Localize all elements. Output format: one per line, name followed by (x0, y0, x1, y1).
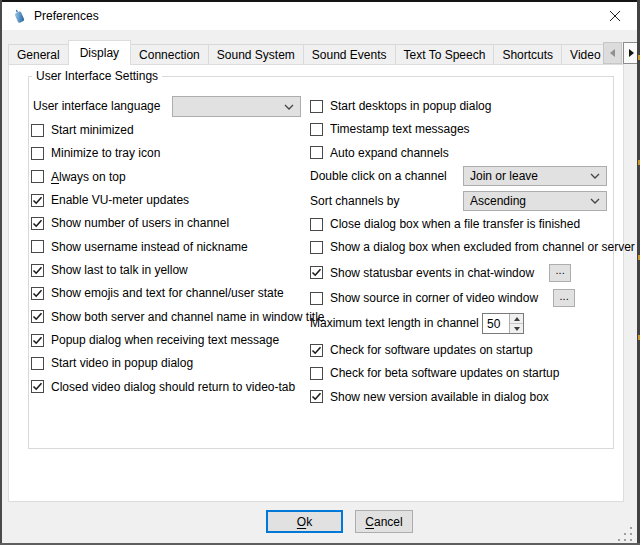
preferences-dialog: Preferences GeneralDisplayConnectionSoun… (2, 2, 637, 543)
show-last-to-talk-in-yellow-row: Show last to talk in yellow (31, 259, 188, 281)
show-source-in-corner-of-video-window-more-button[interactable]: ... (553, 289, 575, 307)
show-both-server-and-channel-name-in-window-title-label: Show both server and channel name in win… (51, 310, 325, 324)
show-statusbar-events-in-chat-window-checkbox[interactable] (310, 266, 323, 279)
tab-scroll-left-button[interactable] (603, 42, 622, 64)
ok-button[interactable]: Ok (266, 510, 343, 533)
double-click-on-a-channel-combobox[interactable]: Join or leave (463, 166, 607, 186)
double-click-value: Join or leave (470, 169, 538, 183)
sort-channels-value: Ascending (470, 194, 526, 208)
show-statusbar-events-in-chat-window-row: Show statusbar events in chat-window... (310, 262, 571, 284)
chevron-down-icon (284, 104, 294, 110)
show-new-version-available-in-dialog-box-checkbox[interactable] (310, 390, 323, 403)
maximum-text-length-value: 50 (483, 314, 509, 333)
close-dialog-box-when-a-file-transfer-is-finished-row: Close dialog box when a file transfer is… (310, 213, 580, 235)
chevron-down-icon (590, 198, 600, 204)
auto-expand-channels-label: Auto expand channels (330, 146, 449, 160)
start-desktops-in-popup-dialog-label: Start desktops in popup dialog (330, 99, 491, 113)
tab-connection[interactable]: Connection (130, 44, 209, 64)
spin-down-button[interactable] (510, 323, 523, 333)
check-for-software-updates-on-startup-label: Check for software updates on startup (330, 343, 533, 357)
show-number-of-users-in-channel-label: Show number of users in channel (51, 216, 229, 230)
show-number-of-users-in-channel-checkbox[interactable] (31, 217, 44, 230)
double-click-on-a-channel-label: Double click on a channel (310, 165, 447, 187)
tab-text-to-speech[interactable]: Text To Speech (395, 44, 495, 64)
minimize-to-tray-icon-label: Minimize to tray icon (51, 146, 160, 160)
spin-up-button[interactable] (510, 314, 523, 323)
closed-video-dialog-should-return-to-video-tab-checkbox[interactable] (31, 380, 44, 393)
tab-video[interactable]: Video (561, 44, 603, 64)
enable-vu-meter-updates-row: Enable VU-meter updates (31, 189, 189, 211)
check-for-beta-software-updates-on-startup-checkbox[interactable] (310, 367, 323, 380)
timestamp-text-messages-label: Timestamp text messages (330, 122, 470, 136)
spin-buttons (509, 314, 523, 333)
show-username-instead-of-nickname-label: Show username instead of nickname (51, 240, 248, 254)
check-for-beta-software-updates-on-startup-row: Check for beta software updates on start… (310, 362, 559, 384)
sort-channels-by-combobox[interactable]: Ascending (463, 191, 607, 211)
show-number-of-users-in-channel-row: Show number of users in channel (31, 212, 229, 234)
triangle-left-icon (610, 49, 615, 57)
show-emojis-and-text-for-channel-user-state-label: Show emojis and text for channel/user st… (51, 286, 284, 300)
maximum-text-length-label: Maximum text length in channel list (310, 312, 497, 334)
window-title: Preferences (34, 2, 99, 30)
show-last-to-talk-in-yellow-label: Show last to talk in yellow (51, 263, 188, 277)
check-for-software-updates-on-startup-checkbox[interactable] (310, 344, 323, 357)
show-statusbar-events-in-chat-window-label: Show statusbar events in chat-window (330, 266, 534, 280)
minimize-to-tray-icon-checkbox[interactable] (31, 147, 44, 160)
show-new-version-available-in-dialog-box-label: Show new version available in dialog box (330, 390, 549, 404)
start-video-in-popup-dialog-checkbox[interactable] (31, 357, 44, 370)
start-minimized-checkbox[interactable] (31, 124, 44, 137)
start-minimized-row: Start minimized (31, 119, 134, 141)
enable-vu-meter-updates-checkbox[interactable] (31, 194, 44, 207)
popup-dialog-when-receiving-text-message-row: Popup dialog when receiving text message (31, 329, 279, 351)
always-on-top-checkbox[interactable] (31, 170, 44, 183)
user-interface-language-label: User interface language (33, 95, 160, 117)
show-emojis-and-text-for-channel-user-state-checkbox[interactable] (31, 287, 44, 300)
close-button[interactable] (592, 2, 637, 30)
show-a-dialog-box-when-excluded-from-channel-or-server-checkbox[interactable] (310, 241, 323, 254)
show-a-dialog-box-when-excluded-from-channel-or-server-label: Show a dialog box when excluded from cha… (330, 240, 635, 254)
tab-shortcuts[interactable]: Shortcuts (493, 44, 562, 64)
timestamp-text-messages-checkbox[interactable] (310, 123, 323, 136)
tab-sound-events[interactable]: Sound Events (303, 44, 396, 64)
close-dialog-box-when-a-file-transfer-is-finished-label: Close dialog box when a file transfer is… (330, 217, 580, 231)
start-minimized-label: Start minimized (51, 123, 134, 137)
always-on-top-label: Always on top (51, 170, 126, 184)
show-both-server-and-channel-name-in-window-title-checkbox[interactable] (31, 310, 44, 323)
triangle-down-icon (514, 327, 520, 331)
closed-video-dialog-should-return-to-video-tab-row: Closed video dialog should return to vid… (31, 376, 295, 398)
tab-scroll-right-button[interactable] (623, 42, 637, 64)
title-bar[interactable]: Preferences (2, 2, 637, 30)
user-interface-language-combobox[interactable] (172, 96, 301, 117)
show-last-to-talk-in-yellow-checkbox[interactable] (31, 264, 44, 277)
show-source-in-corner-of-video-window-label: Show source in corner of video window (330, 291, 538, 305)
sort-channels-by-label: Sort channels by (310, 190, 399, 212)
show-new-version-available-in-dialog-box-row: Show new version available in dialog box (310, 386, 549, 408)
show-username-instead-of-nickname-checkbox[interactable] (31, 240, 44, 253)
start-video-in-popup-dialog-label: Start video in popup dialog (51, 356, 193, 370)
tab-display[interactable]: Display (68, 40, 131, 65)
show-emojis-and-text-for-channel-user-state-row: Show emojis and text for channel/user st… (31, 282, 284, 304)
show-statusbar-events-in-chat-window-more-button[interactable]: ... (549, 264, 571, 282)
show-source-in-corner-of-video-window-row: Show source in corner of video window... (310, 287, 575, 309)
start-video-in-popup-dialog-row: Start video in popup dialog (31, 352, 193, 374)
app-icon (11, 8, 27, 24)
tab-general[interactable]: General (8, 44, 69, 64)
popup-dialog-when-receiving-text-message-checkbox[interactable] (31, 334, 44, 347)
show-source-in-corner-of-video-window-checkbox[interactable] (310, 292, 323, 305)
tab-bar: GeneralDisplayConnectionSound SystemSoun… (8, 40, 603, 65)
start-desktops-in-popup-dialog-checkbox[interactable] (310, 100, 323, 113)
show-both-server-and-channel-name-in-window-title-row: Show both server and channel name in win… (31, 306, 325, 328)
resize-grip[interactable] (618, 527, 634, 543)
timestamp-text-messages-row: Timestamp text messages (310, 118, 470, 140)
closed-video-dialog-should-return-to-video-tab-label: Closed video dialog should return to vid… (51, 380, 295, 394)
tab-sound-system[interactable]: Sound System (208, 44, 304, 64)
check-for-software-updates-on-startup-row: Check for software updates on startup (310, 339, 533, 361)
auto-expand-channels-checkbox[interactable] (310, 146, 323, 159)
close-dialog-box-when-a-file-transfer-is-finished-checkbox[interactable] (310, 218, 323, 231)
cancel-button[interactable]: Cancel (355, 510, 413, 533)
close-icon (609, 10, 621, 22)
group-title: User Interface Settings (32, 69, 162, 83)
auto-expand-channels-row: Auto expand channels (310, 142, 449, 164)
minimize-to-tray-icon-row: Minimize to tray icon (31, 142, 160, 164)
maximum-text-length-spinbox[interactable]: 50 (482, 313, 524, 334)
